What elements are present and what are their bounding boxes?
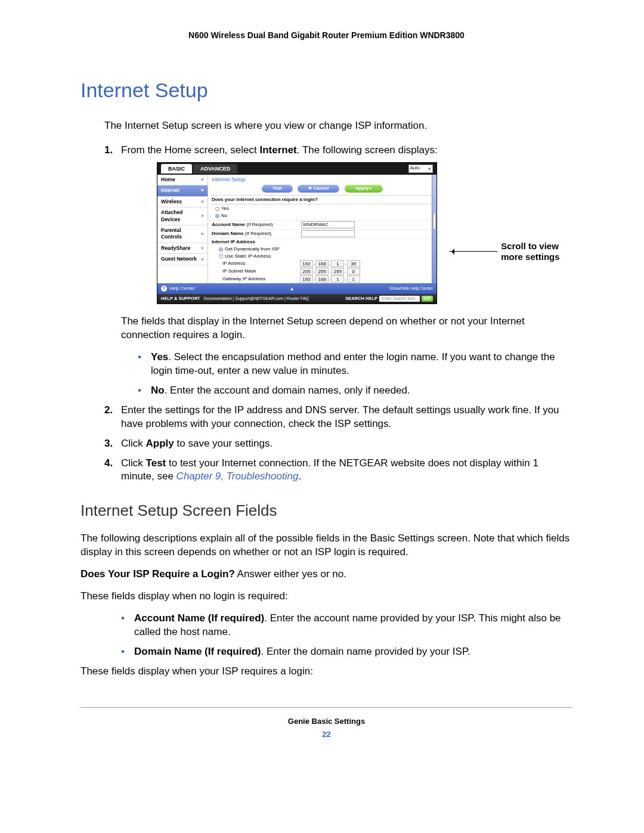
account-name-row: Account Name (If Required) WNDRMAC (212, 220, 433, 229)
help-support-label: HELP & SUPPORT (161, 296, 200, 302)
chevron-right-icon: ▸ (202, 199, 204, 205)
radio-static-ip[interactable]: Use Static IP Address (219, 253, 433, 260)
bullet-yes: Yes. Select the encapsulation method and… (138, 351, 572, 378)
ip-address-heading: Internet IP Address (212, 238, 433, 246)
ip-address-row: IP Address 192.168.1.39 (212, 260, 433, 268)
step1-pre: From the Home screen, select (121, 144, 259, 156)
search-input[interactable]: Enter Search Item (379, 296, 420, 302)
sidebar-item-attached-devices[interactable]: Attached Devices▸ (157, 208, 208, 225)
chevron-right-icon: ▸ (202, 187, 204, 194)
sidebar-item-home[interactable]: Home▸ (157, 175, 208, 185)
auto-dropdown[interactable]: Auto▾ (408, 165, 433, 173)
ip-octet[interactable]: 39 (347, 260, 360, 267)
radio-no[interactable]: No (215, 213, 433, 219)
panel-title: Internet Setup (212, 176, 433, 183)
cancel-button[interactable]: Cancel (298, 185, 339, 193)
login-question: Does your internet connection require a … (212, 195, 433, 205)
scrollbar[interactable] (432, 175, 436, 284)
go-button[interactable]: GO (422, 296, 433, 302)
isp-question: Does Your ISP Require a Login? Answer ei… (80, 568, 572, 581)
chevron-right-icon: ▸ (202, 245, 204, 252)
support-links[interactable]: Documentation | Support@NETGEAR.com | Ro… (204, 296, 309, 301)
ip-octet[interactable]: 1 (331, 260, 344, 267)
scrollbar-thumb[interactable] (433, 213, 436, 230)
after-screenshot-text: The fields that display in the Internet … (121, 315, 572, 342)
help-center-bar[interactable]: ?Help Center ▴ Show/Hide Help Center (157, 283, 436, 294)
gw-octet[interactable]: 168 (315, 275, 329, 283)
radio-dynamic-ip[interactable]: Get Dynamically from ISP (219, 246, 433, 253)
screenshot-figure: BASIC ADVANCED Auto▾ Home▸ Internet▸ Wir… (157, 162, 572, 304)
section-desc: The following descriptions explain all o… (80, 532, 572, 559)
collapse-icon[interactable]: ▴ (290, 284, 293, 293)
ip-octet[interactable]: 192 (300, 260, 313, 267)
step-4: 4.Click Test to test your Internet conne… (104, 457, 572, 484)
page-footer: Genie Basic Settings 22 (80, 707, 572, 739)
scroll-callout: Scroll to view more settings (449, 241, 572, 262)
section-heading: Internet Setup Screen Fields (80, 500, 572, 521)
domain-name-input[interactable] (301, 230, 355, 237)
sidebar: Home▸ Internet▸ Wireless▸ Attached Devic… (157, 175, 208, 284)
search-help-label: SEARCH HELP (345, 296, 377, 302)
chevron-right-icon: ▸ (202, 231, 204, 237)
gw-octet[interactable]: 192 (300, 275, 313, 283)
gateway-row: Gateway IP Address 192.168.1.1 (212, 275, 433, 283)
bullet-no: No. Enter the account and domain names, … (138, 384, 572, 398)
intro-text: The Internet Setup screen is where you v… (104, 119, 572, 133)
mask-octet[interactable]: 255 (331, 268, 344, 275)
gw-octet[interactable]: 1 (331, 275, 344, 283)
mask-octet[interactable]: 255 (315, 268, 329, 275)
page-number: 22 (80, 729, 572, 740)
subnet-mask-row: IP Subnet Mask 255.255.255.0 (212, 268, 433, 275)
ip-octet[interactable]: 168 (315, 260, 329, 267)
sidebar-item-parental-controls[interactable]: Parental Controls▸ (157, 225, 208, 243)
footer-title: Genie Basic Settings (80, 716, 572, 727)
page-title: Internet Setup (80, 77, 572, 104)
troubleshooting-link[interactable]: Chapter 9, Troubleshooting (177, 470, 299, 482)
chevron-down-icon: ▾ (428, 165, 431, 172)
mask-octet[interactable]: 255 (300, 268, 313, 275)
step1-bold: Internet (259, 144, 296, 156)
help-icon: ? (161, 286, 167, 292)
radio-yes[interactable]: Yes (215, 206, 433, 212)
sidebar-item-guest-network[interactable]: Guest Network▸ (157, 254, 208, 265)
domain-name-row: Domain Name (If Required) (212, 229, 433, 238)
bullet-account-name: Account Name (If required). Enter the ac… (121, 612, 572, 639)
document-header: N600 Wireless Dual Band Gigabit Router P… (80, 30, 572, 41)
step-1: 1. From the Home screen, select Internet… (104, 144, 572, 398)
settings-panel: Internet Setup Test Cancel Apply Does yo… (208, 175, 436, 284)
step1-post: . The following screen displays: (297, 144, 438, 156)
test-button[interactable]: Test (262, 185, 293, 193)
sidebar-item-internet[interactable]: Internet▸ (157, 185, 208, 196)
tab-bar: BASIC ADVANCED Auto▾ (157, 163, 436, 175)
login-intro: These fields display when your ISP requi… (80, 665, 572, 679)
arrow-left-icon (449, 251, 497, 252)
mask-octet[interactable]: 0 (347, 268, 360, 275)
account-name-input[interactable]: WNDRMAC (301, 221, 355, 228)
show-hide-help[interactable]: Show/Hide Help Center (389, 286, 433, 291)
help-support-bar: HELP & SUPPORT Documentation | Support@N… (157, 294, 436, 304)
step-3: 3.Click Apply to save your settings. (104, 437, 572, 451)
step-2: 2.Enter the settings for the IP address … (104, 404, 572, 431)
bullet-domain-name: Domain Name (If required). Enter the dom… (121, 645, 572, 659)
callout-text: Scroll to view more settings (501, 241, 572, 262)
chevron-right-icon: ▸ (202, 256, 204, 263)
apply-button[interactable]: Apply (345, 185, 383, 193)
tab-advanced[interactable]: ADVANCED (193, 164, 237, 174)
gw-octet[interactable]: 1 (347, 275, 360, 283)
sidebar-item-readyshare[interactable]: ReadyShare▸ (157, 243, 208, 254)
sidebar-item-wireless[interactable]: Wireless▸ (157, 197, 208, 208)
tab-basic[interactable]: BASIC (161, 164, 192, 174)
chevron-right-icon: ▸ (202, 213, 204, 219)
chevron-right-icon: ▸ (202, 176, 204, 183)
nologin-intro: These fields display when no login is re… (80, 590, 572, 603)
